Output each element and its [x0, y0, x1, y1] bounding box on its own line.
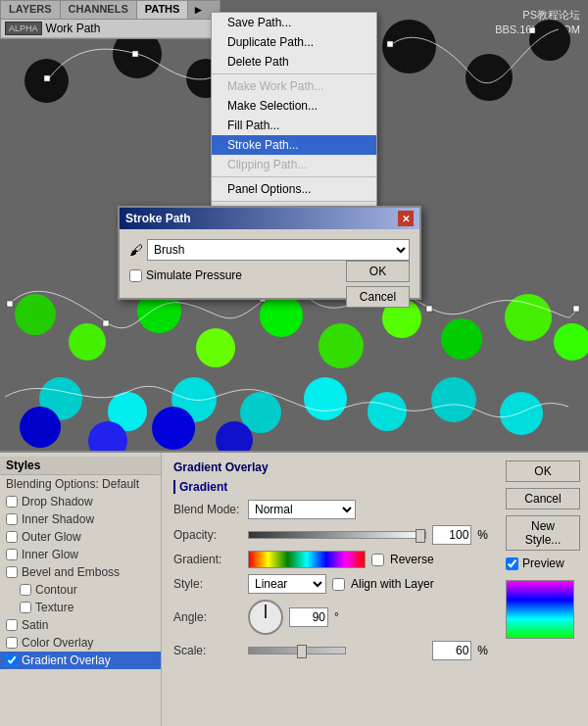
styles-drop-shadow[interactable]: Drop Shadow	[0, 493, 161, 510]
styles-blending-options[interactable]: Blending Options: Default	[0, 475, 161, 493]
separator	[212, 201, 376, 202]
menu-stroke-path[interactable]: Stroke Path...	[212, 135, 376, 155]
styles-gradient-overlay[interactable]: Gradient Overlay	[0, 652, 161, 669]
angle-input[interactable]	[289, 607, 328, 627]
tab-channels[interactable]: CHANNELS	[61, 1, 137, 19]
svg-rect-6	[7, 301, 13, 307]
svg-rect-9	[426, 306, 432, 312]
opacity-slider-track[interactable]	[248, 531, 426, 539]
black-circle	[466, 54, 513, 101]
drop-shadow-checkbox[interactable]	[6, 496, 18, 508]
dialog-buttons: OK Cancel	[346, 261, 410, 308]
scale-row: Scale: %	[173, 641, 488, 660]
ok-button[interactable]: OK	[506, 460, 580, 482]
gradient-row: Gradient: Reverse	[173, 551, 488, 568]
preview-checkbox[interactable]	[506, 557, 518, 570]
settings-area: Gradient Overlay Gradient Blend Mode: No…	[162, 453, 500, 726]
cancel-button[interactable]: Cancel	[506, 488, 580, 509]
contour-checkbox[interactable]	[20, 584, 31, 596]
work-path-label: Work Path	[46, 22, 101, 35]
blue-circle	[216, 421, 253, 451]
opacity-slider-thumb[interactable]	[416, 529, 425, 543]
svg-rect-10	[573, 306, 579, 312]
subsection-title: Gradient	[173, 480, 488, 494]
tool-select[interactable]: Brush	[147, 239, 410, 261]
stroke-path-dialog: Stroke Path ✕ 🖌 Brush Simulate Pressure …	[118, 206, 421, 300]
black-circle	[382, 20, 436, 73]
tab-paths[interactable]: PATHS	[137, 1, 189, 19]
styles-color-overlay[interactable]: Color Overlay	[0, 634, 161, 652]
separator	[212, 176, 376, 177]
menu-fill-path[interactable]: Fill Path...	[212, 116, 376, 135]
blue-circle	[20, 407, 61, 448]
styles-inner-shadow[interactable]: Inner Shadow	[0, 510, 161, 528]
layers-panel: LAYERS CHANNELS PATHS ► ALPHA Work Path	[0, 0, 220, 39]
svg-rect-7	[103, 320, 109, 326]
style-select[interactable]: Linear Radial Angle	[248, 574, 326, 594]
black-circle	[24, 59, 69, 103]
opacity-unit: %	[477, 528, 488, 542]
cyan-circle	[500, 392, 543, 435]
tab-layers[interactable]: LAYERS	[1, 1, 61, 19]
green-circle	[505, 294, 552, 341]
align-layer-checkbox[interactable]	[332, 578, 345, 591]
black-circle	[529, 20, 570, 61]
separator	[212, 73, 376, 74]
styles-texture[interactable]: Texture	[0, 599, 161, 616]
blue-circle	[152, 407, 195, 450]
scale-slider-track[interactable]	[248, 647, 346, 654]
styles-contour[interactable]: Contour	[0, 581, 161, 599]
drop-shadow-label: Drop Shadow	[22, 495, 93, 508]
gradient-preview[interactable]	[248, 551, 366, 568]
texture-label: Texture	[35, 601, 74, 614]
menu-duplicate-path[interactable]: Duplicate Path...	[212, 32, 376, 52]
bottom-panel: Styles Blending Options: Default Drop Sh…	[0, 451, 588, 726]
simulate-pressure-checkbox[interactable]	[129, 269, 142, 282]
menu-save-path[interactable]: Save Path...	[212, 13, 376, 32]
panel-menu-icon[interactable]: ►	[188, 1, 208, 19]
reverse-checkbox[interactable]	[371, 554, 384, 566]
scale-label: Scale:	[173, 644, 242, 657]
style-label: Style:	[173, 577, 242, 591]
brush-icon: 🖌	[129, 242, 143, 258]
blend-mode-row: Blend Mode: Normal Dissolve Multiply Scr…	[173, 500, 488, 519]
styles-satin[interactable]: Satin	[0, 616, 161, 634]
scale-input[interactable]	[432, 641, 471, 660]
gradient-overlay-checkbox[interactable]	[6, 654, 18, 666]
dialog-body: 🖌 Brush Simulate Pressure OK Cancel	[120, 229, 419, 298]
styles-outer-glow[interactable]: Outer Glow	[0, 528, 161, 546]
blend-mode-select[interactable]: Normal Dissolve Multiply Screen	[248, 500, 356, 519]
menu-clipping-path: Clipping Path...	[212, 155, 376, 174]
styles-inner-glow[interactable]: Inner Glow	[0, 546, 161, 563]
opacity-input[interactable]	[432, 525, 471, 545]
new-style-button[interactable]: New Style...	[506, 515, 580, 551]
work-path-row[interactable]: ALPHA Work Path	[1, 20, 220, 38]
color-overlay-checkbox[interactable]	[6, 637, 18, 649]
green-circle	[260, 294, 303, 337]
cancel-button[interactable]: Cancel	[346, 286, 410, 308]
green-circle	[196, 328, 235, 367]
align-layer-label: Align with Layer	[351, 577, 434, 591]
angle-row: Angle: °	[173, 600, 488, 635]
inner-glow-label: Inner Glow	[22, 548, 78, 561]
blend-mode-label: Blend Mode:	[173, 503, 242, 516]
cyan-circle	[304, 377, 347, 420]
canvas-area: PS教程论坛 BBS.16XX8.COM	[0, 0, 588, 451]
inner-glow-checkbox[interactable]	[6, 549, 18, 560]
menu-delete-path[interactable]: Delete Path	[212, 52, 376, 72]
inner-shadow-checkbox[interactable]	[6, 513, 18, 525]
styles-bevel-emboss[interactable]: Bevel and Emboss	[0, 563, 161, 581]
scale-slider-thumb[interactable]	[297, 645, 307, 658]
angle-dial[interactable]	[248, 600, 283, 635]
satin-checkbox[interactable]	[6, 619, 18, 631]
ok-button[interactable]: OK	[346, 261, 410, 282]
scale-slider-container	[248, 647, 426, 654]
menu-panel-options[interactable]: Panel Options...	[212, 179, 376, 199]
texture-checkbox[interactable]	[20, 602, 31, 613]
opacity-row: Opacity: %	[173, 525, 488, 545]
styles-title: Styles	[0, 457, 161, 475]
dialog-close-button[interactable]: ✕	[398, 211, 414, 226]
menu-make-selection[interactable]: Make Selection...	[212, 96, 376, 116]
outer-glow-checkbox[interactable]	[6, 531, 18, 543]
bevel-emboss-checkbox[interactable]	[6, 566, 18, 578]
